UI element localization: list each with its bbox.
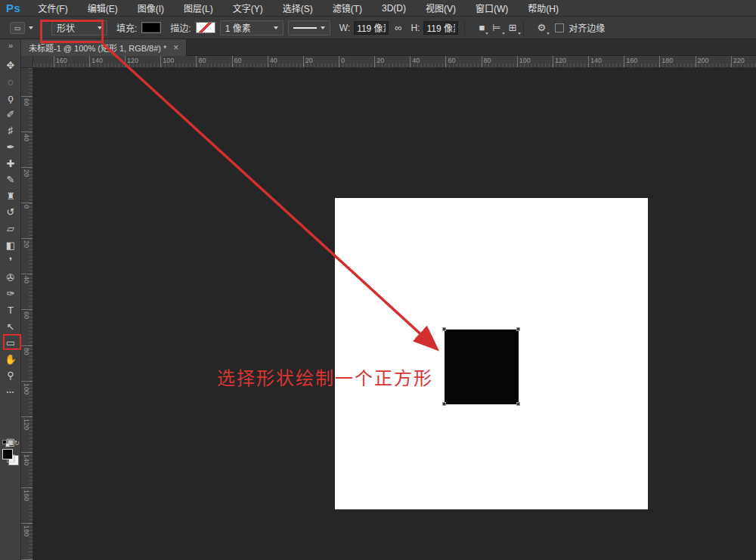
history-brush-tool[interactable]: ↺	[0, 204, 21, 220]
preset-caret-icon[interactable]	[29, 26, 33, 29]
stroke-width-select[interactable]: 1 像素	[220, 20, 284, 36]
brush-tool-icon: ✎	[7, 174, 15, 185]
canvas-area[interactable]	[33, 68, 756, 560]
path-operations-icon[interactable]: ■	[479, 22, 485, 33]
link-dimensions-icon[interactable]: ∞	[395, 22, 401, 33]
ruler-tick-label: 160	[626, 57, 637, 64]
ruler-tick	[21, 96, 33, 97]
ruler-tick-label: 40	[270, 57, 277, 64]
align-edges-checkbox[interactable]	[555, 23, 564, 32]
tool-mode-select[interactable]: 形状	[51, 20, 107, 36]
ruler-tick-label: 60	[23, 311, 30, 319]
hand-tool[interactable]: ✋	[0, 351, 21, 367]
ruler-tick	[553, 56, 553, 68]
vertical-ruler[interactable]: 604020020406080100120140160180200	[21, 68, 33, 560]
healing-brush-tool[interactable]: ✚	[0, 156, 21, 172]
rectangle-shape[interactable]	[445, 330, 519, 404]
pen-tool[interactable]: ✑	[0, 286, 21, 302]
eyedropper-tool[interactable]: ✒	[0, 139, 21, 155]
menu-view[interactable]: 视图(V)	[416, 0, 466, 16]
document-tab[interactable]: 未标题-1 @ 100% (矩形 1, RGB/8#) * ×	[21, 39, 187, 56]
clone-stamp-tool[interactable]: ♜	[0, 188, 21, 204]
ruler-origin-corner[interactable]	[21, 56, 33, 68]
menu-type[interactable]: 文字(Y)	[223, 0, 273, 16]
shape-handle[interactable]	[442, 402, 446, 406]
chevron-down-icon	[274, 26, 278, 29]
divider	[464, 20, 465, 36]
ruler-tick-label: 120	[23, 419, 30, 430]
marquee-tool-icon: ◌	[8, 76, 14, 88]
ruler-tick	[410, 56, 411, 68]
menu-edit[interactable]: 编辑(E)	[78, 0, 128, 16]
foreground-color-swatch[interactable]	[2, 449, 13, 459]
close-icon[interactable]: ×	[173, 42, 178, 53]
gradient-tool[interactable]: ◧	[0, 237, 21, 253]
menu-help[interactable]: 帮助(H)	[518, 0, 569, 16]
crop-tool[interactable]: ♯	[0, 122, 21, 138]
history-brush-tool-icon: ↺	[7, 206, 15, 218]
ruler-tick	[659, 56, 660, 68]
menu-filter[interactable]: 滤镜(T)	[323, 0, 372, 16]
quick-selection-tool[interactable]: ✐	[0, 107, 21, 122]
document-tab-bar: 未标题-1 @ 100% (矩形 1, RGB/8#) * ×	[21, 39, 756, 56]
document-tab-title: 未标题-1 @ 100% (矩形 1, RGB/8#) *	[29, 42, 166, 54]
tools-panel: » ✥◌ϙ✐♯✒✚✎♜↺▱◧❜✇✑T↖▭✋⚲••• ↻ ▣ ❐	[0, 39, 21, 560]
menu-layer[interactable]: 图层(L)	[174, 0, 223, 16]
menu-image[interactable]: 图像(I)	[128, 0, 174, 16]
ruler-tick	[21, 487, 33, 488]
options-bar: ▭ 形状 填充: 描边: 1 像素 W: ∞ H: ■ ⊨ ⊞ ⚙ 对齐边缘	[0, 17, 756, 39]
shape-handle[interactable]	[442, 327, 446, 331]
collapse-panel-icon[interactable]: »	[0, 41, 21, 50]
ruler-tick-label: 40	[23, 276, 30, 283]
shape-settings-gear-icon[interactable]: ⚙	[538, 22, 547, 33]
move-tool[interactable]: ✥	[0, 57, 21, 73]
eraser-tool[interactable]: ▱	[0, 221, 21, 237]
ruler-tick-label: 140	[91, 57, 103, 64]
marquee-tool[interactable]: ◌	[0, 74, 21, 90]
eyedropper-tool-icon: ✒	[7, 141, 15, 153]
gear-icon: ⚙	[538, 22, 547, 33]
type-tool[interactable]: T	[0, 302, 21, 318]
path-alignment-icon[interactable]: ⊨	[492, 22, 500, 33]
ruler-tick-label: 200	[698, 57, 709, 64]
fill-color-swatch[interactable]	[141, 22, 161, 33]
menu-select[interactable]: 选择(S)	[273, 0, 323, 16]
dodge-tool-icon: ✇	[7, 272, 15, 283]
blur-tool-icon: ❜	[9, 255, 12, 267]
rectangle-tool[interactable]: ▭	[0, 335, 21, 351]
blur-tool[interactable]: ❜	[0, 253, 21, 269]
ruler-tick	[21, 381, 33, 382]
menu-file[interactable]: 文件(F)	[28, 0, 77, 16]
document-canvas[interactable]	[335, 198, 648, 509]
ruler-tick	[482, 56, 482, 68]
brush-tool[interactable]: ✎	[0, 172, 21, 187]
ruler-tick-label: 180	[23, 525, 30, 537]
stroke-color-swatch[interactable]	[196, 22, 215, 33]
menu-3d[interactable]: 3D(D)	[372, 0, 416, 16]
path-selection-tool[interactable]: ↖	[0, 319, 21, 335]
quick-mask-icon[interactable]: ▣	[0, 436, 21, 447]
photoshop-logo: Ps	[0, 2, 28, 14]
menu-window[interactable]: 窗口(W)	[466, 0, 518, 16]
shape-handle[interactable]	[516, 402, 520, 406]
chevron-down-icon	[98, 26, 102, 29]
shape-handle[interactable]	[516, 327, 520, 331]
dodge-tool[interactable]: ✇	[0, 270, 21, 286]
horizontal-ruler[interactable]: 1601401201008060402002040608010012014016…	[33, 56, 756, 68]
width-input[interactable]	[354, 21, 389, 35]
ruler-tick-label: 100	[163, 57, 174, 64]
tool-preset-icon[interactable]: ▭	[10, 22, 25, 34]
healing-brush-tool-icon: ✚	[7, 158, 15, 169]
stroke-style-select[interactable]	[288, 20, 330, 36]
height-input[interactable]	[423, 21, 458, 35]
lasso-tool[interactable]: ϙ	[0, 90, 21, 106]
gradient-tool-icon: ◧	[6, 240, 15, 251]
quick-selection-tool-icon: ✐	[7, 109, 15, 120]
path-arrangement-icon[interactable]: ⊞	[509, 22, 517, 33]
ruler-tick-label: 100	[23, 383, 30, 394]
ruler-tick-label: 100	[519, 57, 531, 64]
edit-toolbar-button[interactable]: •••	[0, 384, 21, 400]
zoom-tool[interactable]: ⚲	[0, 367, 21, 383]
ruler-tick-label: 140	[23, 454, 30, 466]
chevron-down-icon	[547, 32, 550, 35]
